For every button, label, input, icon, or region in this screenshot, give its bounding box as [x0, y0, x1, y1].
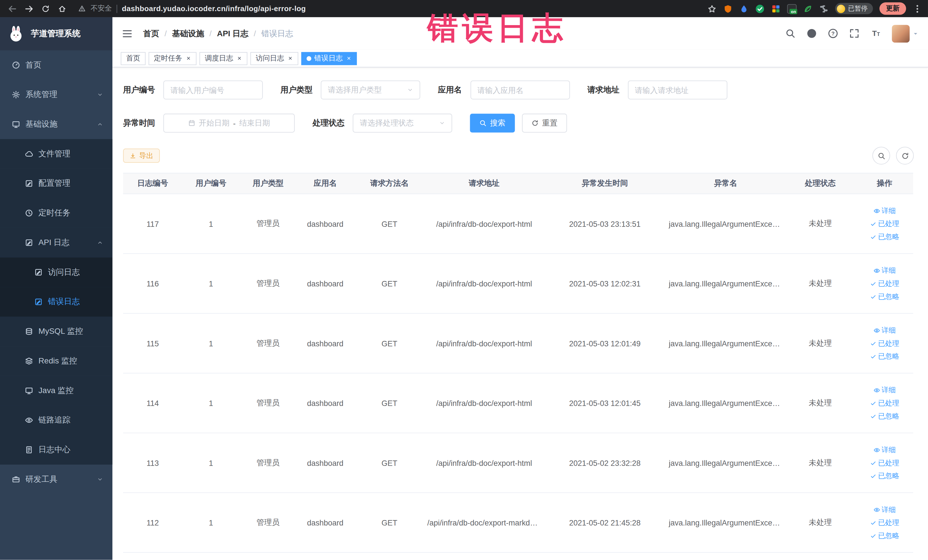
action-ignored[interactable]: 已忽略	[870, 291, 899, 302]
date-range-picker[interactable]: 开始日期 - 结束日期	[163, 113, 295, 132]
sidebar-item-infra[interactable]: 基础设施	[0, 110, 112, 139]
tab-label: 首页	[126, 53, 140, 63]
search-button[interactable]: 搜索	[470, 113, 515, 132]
column-header: 用户类型	[240, 178, 296, 189]
action-processed[interactable]: 已处理	[870, 398, 899, 408]
sidebar-item-config[interactable]: 配置管理	[0, 169, 112, 198]
export-button[interactable]: 导出	[123, 149, 160, 163]
tab-access-log[interactable]: 访问日志	[250, 52, 298, 65]
process-status-select[interactable]: 请选择处理状态	[353, 113, 452, 132]
browser-profile-chip[interactable]: 已暂停	[835, 3, 873, 14]
sidebar-item-file[interactable]: 文件管理	[0, 139, 112, 169]
sidebar-item-redis[interactable]: Redis 监控	[0, 346, 112, 376]
extension-shield-icon[interactable]	[723, 4, 733, 13]
sidebar-item-dev-tools[interactable]: 研发工具	[0, 465, 112, 494]
sidebar-item-mysql[interactable]: MySQL 监控	[0, 317, 112, 346]
sidebar-item-log-center[interactable]: 日志中心	[0, 435, 112, 465]
sidebar-item-error-log[interactable]: 错误日志	[0, 287, 112, 317]
screen: 不安全 dashboard.yudao.iocoder.cn/infra/log…	[0, 0, 928, 560]
browser-forward-button[interactable]	[23, 2, 36, 15]
sidebar-item-trace[interactable]: 链路追踪	[0, 405, 112, 435]
browser-update-button[interactable]: 更新	[879, 2, 906, 15]
cell-user_type: 管理员	[240, 517, 296, 528]
user-type-select[interactable]: 请选择用户类型	[321, 81, 420, 99]
check-icon	[870, 533, 876, 539]
extension-check-icon[interactable]	[755, 4, 765, 13]
action-ignored[interactable]: 已忽略	[870, 411, 899, 421]
refresh-table-button[interactable]	[896, 147, 914, 165]
sidebar-item-home[interactable]: 首页	[0, 50, 112, 80]
tab-home[interactable]: 首页	[121, 52, 145, 65]
sidebar-item-access-log[interactable]: 访问日志	[0, 257, 112, 287]
breadcrumb-separator: /	[254, 29, 256, 38]
avatar-image	[892, 24, 910, 42]
bookmark-star-icon[interactable]	[707, 4, 717, 13]
sidebar: 芋道管理系统 首页系统管理基础设施文件管理配置管理定时任务API 日志访问日志错…	[0, 17, 112, 560]
sidebar-item-api-log[interactable]: API 日志	[0, 228, 112, 258]
main-panel: 首页/基础设施/API 日志/错误日志 ? TT 首页定时任务调度日志访问日志错…	[112, 17, 928, 560]
action-detail[interactable]: 详细	[873, 445, 896, 455]
user-avatar[interactable]	[892, 24, 918, 42]
sidebar-item-system[interactable]: 系统管理	[0, 80, 112, 110]
table-row: 1121管理员dashboardGET/api/infra/db-doc/exp…	[123, 493, 913, 553]
action-processed[interactable]: 已处理	[870, 517, 899, 528]
action-processed[interactable]: 已处理	[870, 278, 899, 288]
search-icon	[479, 119, 486, 127]
extension-on-badge[interactable]: on	[787, 4, 797, 13]
tab-job-log[interactable]: 调度日志	[199, 52, 247, 65]
action-processed[interactable]: 已处理	[870, 458, 899, 468]
redis-icon	[25, 357, 33, 365]
font-size-icon[interactable]: TT	[871, 29, 881, 38]
edit-square-icon	[34, 268, 43, 276]
app-name-input[interactable]	[477, 85, 563, 95]
close-icon[interactable]	[288, 56, 293, 61]
cell-app: dashboard	[296, 279, 354, 288]
user-id-input[interactable]	[170, 85, 256, 95]
sidebar-item-java[interactable]: Java 监控	[0, 376, 112, 405]
action-detail[interactable]: 详细	[873, 325, 896, 335]
sidebar-item-job[interactable]: 定时任务	[0, 198, 112, 228]
breadcrumb-item[interactable]: API 日志	[217, 28, 249, 39]
action-ignored[interactable]: 已忽略	[870, 232, 899, 242]
browser-menu-icon[interactable]	[913, 4, 922, 13]
browser-home-button[interactable]	[56, 2, 69, 15]
extension-palette-icon[interactable]	[771, 4, 780, 13]
search-icon[interactable]	[785, 29, 795, 38]
breadcrumb-item[interactable]: 首页	[143, 28, 159, 39]
extension-drop-icon[interactable]	[739, 4, 749, 13]
github-icon[interactable]	[807, 29, 817, 38]
action-ignored[interactable]: 已忽略	[870, 471, 899, 481]
eye-icon	[873, 208, 880, 214]
reset-button[interactable]: 重置	[522, 113, 567, 132]
browser-reload-button[interactable]	[39, 2, 52, 15]
action-detail[interactable]: 详细	[873, 505, 896, 515]
action-processed[interactable]: 已处理	[870, 338, 899, 348]
column-header: 应用名	[296, 178, 354, 189]
date-separator: -	[233, 119, 236, 128]
extension-leaf-icon[interactable]	[803, 4, 812, 13]
address-bar[interactable]: 不安全 dashboard.yudao.iocoder.cn/infra/log…	[78, 3, 306, 14]
active-tab-dot	[307, 56, 311, 61]
request-url-input[interactable]	[635, 85, 720, 95]
action-detail[interactable]: 详细	[873, 265, 896, 275]
fullscreen-icon[interactable]	[849, 29, 859, 38]
action-ignored[interactable]: 已忽略	[870, 531, 899, 540]
action-processed[interactable]: 已处理	[870, 219, 899, 229]
db-icon	[25, 327, 33, 336]
action-detail[interactable]: 详细	[873, 206, 896, 216]
help-icon[interactable]: ?	[828, 29, 838, 38]
close-icon[interactable]	[186, 56, 191, 61]
check-icon	[870, 459, 876, 466]
tab-error-log[interactable]: 错误日志	[301, 52, 357, 65]
tab-job[interactable]: 定时任务	[149, 52, 197, 65]
close-icon[interactable]	[346, 56, 352, 61]
action-detail[interactable]: 详细	[873, 385, 896, 395]
action-ignored[interactable]: 已忽略	[870, 351, 899, 361]
cell-exception: java.lang.IllegalArgumentException	[666, 398, 785, 407]
extension-puzzle-icon[interactable]	[819, 4, 829, 13]
sidebar-toggle-icon[interactable]	[122, 28, 132, 39]
breadcrumb-item[interactable]: 基础设施	[172, 28, 204, 39]
toggle-search-button[interactable]	[872, 147, 890, 165]
close-icon[interactable]	[237, 56, 242, 61]
browser-back-button[interactable]	[6, 2, 19, 15]
